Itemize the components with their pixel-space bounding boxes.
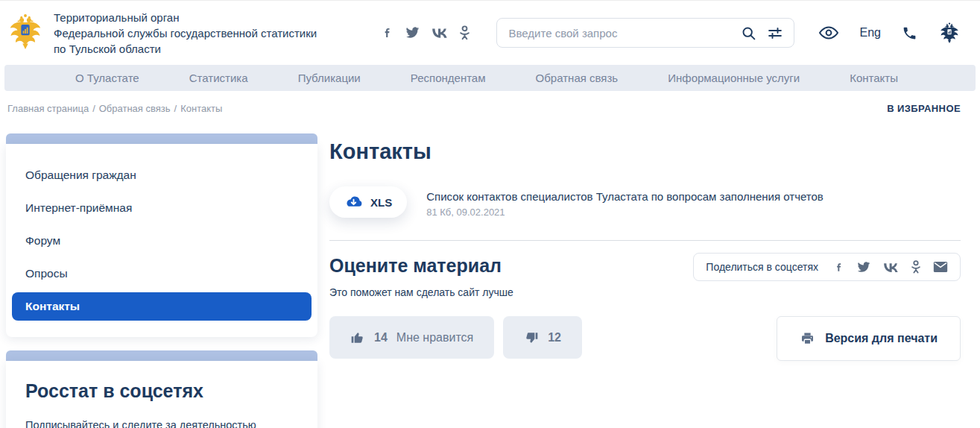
share-label: Поделиться в соцсетях (706, 261, 818, 273)
nav-item-publications[interactable]: Публикации (298, 72, 361, 84)
sidebar-item-surveys[interactable]: Опросы (6, 257, 317, 290)
header-social-links (382, 25, 470, 40)
org-title: Территориальный орган Федеральной службы… (54, 10, 317, 57)
sidebar-card-strip (6, 350, 317, 361)
print-label: Версия для печати (825, 332, 938, 345)
org-title-line: Федеральной службы государственной стати… (54, 25, 317, 41)
search-filters-button[interactable] (767, 25, 783, 41)
breadcrumb-separator: / (174, 103, 177, 114)
search-box (496, 18, 794, 48)
nav-item-contacts[interactable]: Контакты (850, 72, 898, 84)
share-facebook-icon[interactable] (834, 262, 844, 273)
vk-icon[interactable] (431, 28, 448, 38)
sidebar-item-contacts-active[interactable]: Контакты (12, 292, 312, 321)
page-title: Контакты (329, 139, 961, 164)
social-block-text: Подписывайтесь и следите за деятельность… (25, 417, 298, 428)
file-meta: 81 Кб, 09.02.2021 (426, 207, 823, 218)
add-to-favorites-button[interactable]: В ИЗБРАННОЕ (887, 103, 961, 114)
org-title-line: Территориальный орган (54, 10, 317, 25)
file-info: Список контактов специалистов Туластата … (426, 190, 823, 218)
section-divider (329, 240, 961, 241)
sidebar-card-strip (6, 133, 317, 144)
share-vk-icon[interactable] (883, 262, 899, 272)
print-version-button[interactable]: Версия для печати (777, 316, 961, 361)
language-switch[interactable]: Eng (860, 26, 881, 40)
nav-item-respondents[interactable]: Респондентам (411, 72, 486, 84)
double-eagle-icon (7, 9, 43, 54)
main-content: Контакты XLS Список контактов специалист… (329, 133, 961, 361)
search-input[interactable] (508, 26, 730, 40)
sidebar: Обращения граждан Интернет-приёмная Фору… (6, 133, 317, 428)
phone-icon (902, 25, 917, 41)
cloud-download-icon (344, 195, 363, 210)
dislike-count: 12 (548, 331, 561, 344)
breadcrumb-home[interactable]: Главная страница (7, 103, 89, 114)
social-block-title: Росстат в соцсетях (25, 380, 298, 402)
rate-section-title: Оцените материал (329, 255, 502, 277)
sidebar-social-card: Росстат в соцсетях Подписывайтесь и след… (6, 361, 317, 428)
org-title-line: по Тульской области (54, 41, 317, 57)
printer-icon (800, 331, 815, 346)
odnoklassniki-icon[interactable] (460, 25, 470, 40)
phone-contacts-button[interactable] (902, 25, 917, 41)
thumbs-down-icon (524, 330, 539, 345)
eye-icon (818, 25, 839, 40)
rate-header-row: Оцените материал Поделиться в соцсетях (329, 253, 961, 281)
eagle-emblem-icon (938, 22, 961, 44)
share-twitter-icon[interactable] (857, 262, 870, 273)
breadcrumb: Главная страница / Обратная связь / Конт… (7, 103, 222, 114)
xls-download-button[interactable]: XLS (329, 186, 407, 218)
envelope-icon (933, 261, 948, 273)
rosstat-emblem-logo[interactable] (7, 9, 43, 57)
file-download-row: XLS Список контактов специалистов Туласт… (329, 186, 961, 218)
sidebar-item-internet-reception[interactable]: Интернет-приёмная (6, 192, 317, 224)
twitter-icon[interactable] (405, 27, 420, 39)
like-button[interactable]: 14 Мне нравится (329, 316, 494, 359)
breadcrumb-feedback[interactable]: Обратная связь (99, 103, 171, 114)
sidebar-menu-card: Обращения граждан Интернет-приёмная Фору… (6, 144, 317, 337)
like-label: Мне нравится (396, 331, 473, 344)
rate-actions-row: 14 Мне нравится 12 Версия для печати (329, 316, 961, 361)
nav-item-services[interactable]: Информационные услуги (668, 72, 800, 84)
rate-subtitle: Это поможет нам сделать сайт лучше (329, 286, 961, 298)
share-box: Поделиться в соцсетях (693, 253, 961, 281)
share-email-icon[interactable] (933, 261, 948, 273)
search-icon (741, 25, 756, 41)
accessibility-version-button[interactable] (818, 25, 839, 40)
state-emblem-button[interactable] (938, 22, 961, 44)
file-title-link[interactable]: Список контактов специалистов Туластата … (426, 190, 823, 203)
nav-item-about[interactable]: О Туластате (75, 72, 139, 84)
sidebar-item-citizen-appeals[interactable]: Обращения граждан (6, 159, 317, 192)
like-count: 14 (374, 331, 388, 344)
breadcrumb-row: Главная страница / Обратная связь / Конт… (0, 91, 980, 120)
sidebar-item-forum[interactable]: Форум (6, 224, 317, 257)
dislike-button[interactable]: 12 (503, 316, 582, 359)
site-header: Территориальный орган Федеральной службы… (0, 1, 980, 65)
sliders-icon (767, 25, 783, 41)
nav-item-statistics[interactable]: Статистика (189, 72, 248, 84)
main-navigation: О Туластате Статистика Публикации Респон… (4, 65, 976, 91)
breadcrumb-contacts[interactable]: Контакты (180, 103, 222, 114)
content-area: Обращения граждан Интернет-приёмная Фору… (0, 120, 980, 428)
header-utilities: Eng (818, 22, 961, 44)
facebook-icon[interactable] (382, 27, 393, 39)
share-odnoklassniki-icon[interactable] (911, 260, 920, 274)
search-submit-button[interactable] (741, 25, 756, 41)
nav-item-feedback[interactable]: Обратная связь (536, 72, 619, 84)
thumbs-up-icon (350, 330, 365, 345)
file-type-badge: XLS (370, 196, 392, 209)
breadcrumb-separator: / (92, 103, 95, 114)
